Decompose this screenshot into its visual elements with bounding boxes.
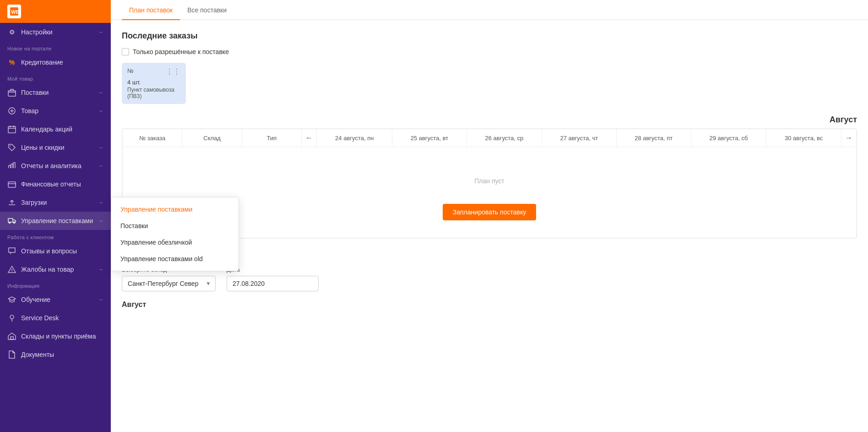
sidebar-item-warehouses[interactable]: Склады и пункты приёма <box>0 327 111 345</box>
goods-icon <box>7 106 16 115</box>
order-type: Пункт самовывоза (ПВЗ) <box>127 87 180 99</box>
col-aug30: 30 августа, вс <box>766 129 841 147</box>
warehouse-icon <box>7 332 16 341</box>
nav-left-btn[interactable]: ← <box>302 129 317 147</box>
col-aug27: 27 августа, чт <box>542 129 616 147</box>
filter-label: Только разрешённые к поставке <box>133 48 229 55</box>
sidebar-item-manage-deliveries[interactable]: Управление поставками → <box>0 212 111 230</box>
sidebar-item-label: Кредитование <box>21 59 63 66</box>
chevron-right-icon: → <box>98 199 103 206</box>
percent-icon: % <box>7 58 16 67</box>
sidebar-section-workclient: Работа с клиентом <box>0 230 111 242</box>
col-order-num: № заказа <box>123 129 182 147</box>
sidebar-item-label: Обучение <box>21 296 50 303</box>
sidebar-item-label: Товар <box>21 107 38 115</box>
svg-rect-2 <box>8 91 16 96</box>
col-aug24: 24 августа, пн <box>317 129 392 147</box>
settings-icon: ⚙ <box>7 27 16 37</box>
page-content: Последние заказы Только разрешённые к по… <box>111 20 868 320</box>
chevron-right-icon: → <box>98 29 103 35</box>
sidebar-item-label: Загрузки <box>21 199 47 206</box>
sidebar-item-label: Управление поставками <box>21 217 93 224</box>
orders-list: № ⋮⋮ 4 шт. Пункт самовывоза (ПВЗ) <box>122 63 857 104</box>
sidebar-item-krediting[interactable]: % Кредитование <box>0 53 111 71</box>
col-aug29: 29 августа, сб <box>691 129 766 147</box>
empty-plan-label: План пуст <box>474 164 504 197</box>
sidebar-item-label: Документы <box>21 351 54 358</box>
svg-point-7 <box>9 222 11 224</box>
sidebar-item-reports[interactable]: Отчеты и аналитика → <box>0 157 111 175</box>
finance-icon <box>7 180 16 189</box>
tab-all[interactable]: Все поставки <box>180 0 234 20</box>
sidebar-item-documents[interactable]: Документы <box>0 345 111 364</box>
sidebar-item-settings[interactable]: ⚙ Настройки → <box>0 23 111 41</box>
dropdown-item-manage[interactable]: Управление поставками <box>111 201 239 218</box>
col-sklad: Склад <box>182 129 242 147</box>
dropdown-item-anon[interactable]: Управление обезличкой <box>111 234 239 251</box>
svg-point-8 <box>14 222 15 224</box>
sidebar-section-new: Новое на портале <box>0 41 111 53</box>
schedule-delivery-button[interactable]: Запланировать поставку <box>443 204 536 220</box>
sidebar-item-reviews[interactable]: Отзывы и вопросы <box>0 242 111 260</box>
sidebar-item-label: Склады и пункты приёма <box>21 333 96 340</box>
svg-rect-10 <box>11 337 13 339</box>
sidebar-item-complaints[interactable]: Жалобы на товар → <box>0 260 111 279</box>
chevron-right-icon: → <box>98 296 103 303</box>
tab-plan[interactable]: План поставок <box>122 0 180 20</box>
dropdown-popup: Управление поставками Поставки Управлени… <box>111 197 239 271</box>
chevron-right-icon: → <box>98 266 103 273</box>
warning-icon <box>7 265 16 274</box>
pin-icon <box>7 313 16 323</box>
date-label: Дата <box>227 266 319 273</box>
education-icon <box>7 295 16 304</box>
dropdown-item-old[interactable]: Управление поставками old <box>111 251 239 267</box>
chart-icon <box>7 161 16 170</box>
sidebar-item-label: Жалобы на товар <box>21 266 74 273</box>
sidebar-item-service-desk[interactable]: Service Desk <box>0 309 111 327</box>
sidebar-item-label: Цены и скидки <box>21 144 65 151</box>
sidebar-item-finance[interactable]: Финансовые отчеты <box>0 175 111 193</box>
august-label: Август <box>122 301 857 309</box>
order-more-icon[interactable]: ⋮⋮ <box>166 67 180 76</box>
calendar-icon <box>7 125 16 134</box>
sidebar-item-prices[interactable]: Цены и скидки → <box>0 138 111 157</box>
sidebar-item-postavki[interactable]: Поставки → <box>0 83 111 102</box>
sidebar-item-learning[interactable]: Обучение → <box>0 290 111 309</box>
svg-rect-4 <box>8 126 16 133</box>
sidebar-item-tovar[interactable]: Товар → <box>0 102 111 120</box>
sidebar-item-label: Отзывы и вопросы <box>21 247 77 255</box>
svg-rect-6 <box>8 182 16 187</box>
sidebar-item-uploads[interactable]: Загрузки → <box>0 193 111 212</box>
truck-icon <box>7 216 16 225</box>
col-aug25: 25 августа, вт <box>392 129 467 147</box>
sidebar: WB ⚙ Настройки → Новое на портале % Кред… <box>0 0 111 432</box>
box-icon <box>7 88 16 97</box>
svg-point-9 <box>10 315 14 319</box>
tag-icon <box>7 143 16 152</box>
sidebar-item-label: Service Desk <box>21 314 59 322</box>
nav-right-btn[interactable]: → <box>841 129 857 147</box>
sidebar-section-info: Информация <box>0 279 111 290</box>
filter-checkbox-row[interactable]: Только разрешённые к поставке <box>122 48 857 55</box>
chevron-right-icon: → <box>98 163 103 169</box>
sidebar-item-calendar[interactable]: Календарь акций <box>0 120 111 138</box>
date-group: Дата <box>227 266 319 291</box>
tabs-bar: План поставок Все поставки <box>111 0 868 20</box>
sidebar-section-mygoods: Мой товар <box>0 71 111 83</box>
warehouse-select[interactable]: Санкт-Петербург СеверМоскваЕкатеринбург <box>122 276 216 291</box>
sidebar-item-label: Настройки <box>21 28 53 36</box>
filter-checkbox[interactable] <box>122 48 129 55</box>
order-card[interactable]: № ⋮⋮ 4 шт. Пункт самовывоза (ПВЗ) <box>122 63 186 104</box>
sidebar-logo: WB <box>0 0 111 23</box>
date-input[interactable] <box>227 276 319 291</box>
col-aug28: 28 августа, пт <box>616 129 691 147</box>
document-icon <box>7 350 16 359</box>
month-label: Август <box>122 115 857 125</box>
order-qty: 4 шт. <box>127 79 180 86</box>
sidebar-item-label: Поставки <box>21 89 49 96</box>
chevron-right-icon: → <box>98 108 103 114</box>
sidebar-item-label: Финансовые отчеты <box>21 180 81 188</box>
svg-point-5 <box>10 146 11 147</box>
dropdown-item-deliveries[interactable]: Поставки <box>111 218 239 234</box>
sidebar-item-label: Календарь акций <box>21 126 72 133</box>
